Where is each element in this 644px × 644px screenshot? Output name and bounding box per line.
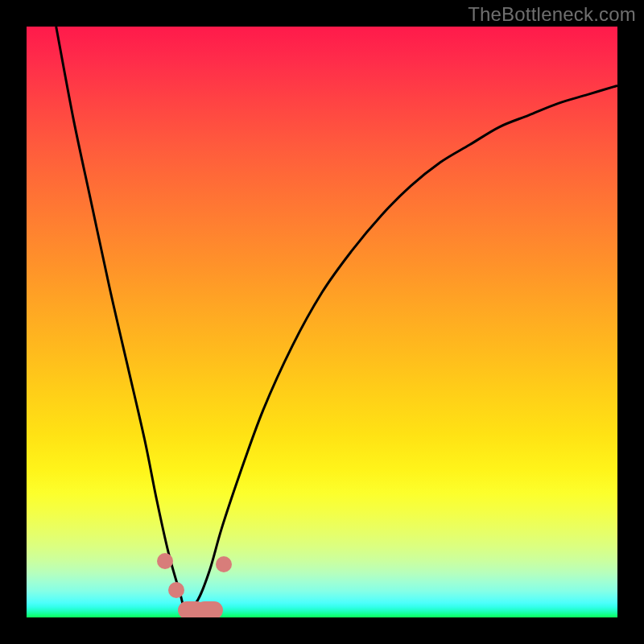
curve-marker (196, 601, 223, 617)
curve-marker (168, 582, 184, 598)
watermark-text: TheBottleneck.com (468, 3, 636, 26)
curve-line (56, 27, 617, 612)
plot-area (27, 27, 617, 617)
chart-frame: TheBottleneck.com (0, 0, 644, 644)
bottleneck-curve (27, 27, 617, 617)
curve-marker (157, 553, 173, 569)
curve-marker (216, 556, 232, 572)
